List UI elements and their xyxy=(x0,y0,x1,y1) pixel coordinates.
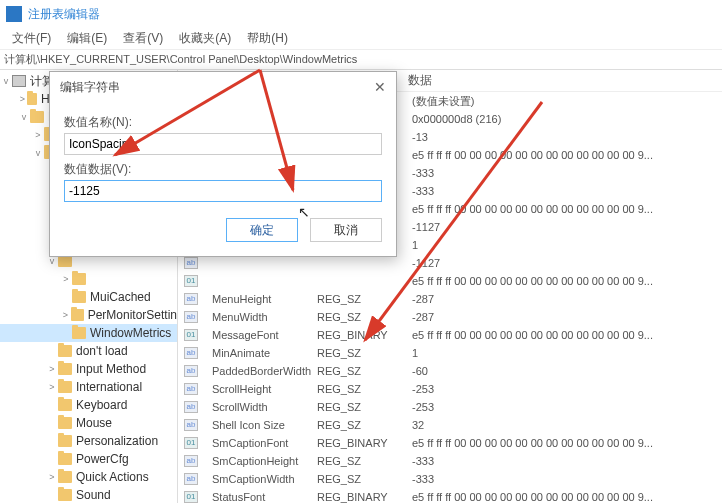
close-icon[interactable]: ✕ xyxy=(374,79,386,95)
tree-item-label: Input Method xyxy=(76,362,146,376)
menu-view[interactable]: 查看(V) xyxy=(115,30,171,47)
folder-icon xyxy=(58,417,72,429)
list-row[interactable]: 01MessageFontREG_BINARYe5 ff ff ff 00 00… xyxy=(178,326,722,344)
folder-icon xyxy=(58,363,72,375)
cell-name: SmCaptionFont xyxy=(202,437,317,449)
cell-type: REG_BINARY xyxy=(317,329,412,341)
tree-item[interactable]: > xyxy=(0,270,177,288)
chevron-icon[interactable]: > xyxy=(46,364,58,374)
window-titlebar: 注册表编辑器 xyxy=(0,0,722,28)
chevron-icon[interactable]: v xyxy=(46,256,58,266)
cell-data: -333 xyxy=(412,167,722,179)
tree-item[interactable]: >International xyxy=(0,378,177,396)
cell-data: 0x000000d8 (216) xyxy=(412,113,722,125)
cell-data: -253 xyxy=(412,401,722,413)
list-row[interactable]: abScrollWidthREG_SZ-253 xyxy=(178,398,722,416)
chevron-icon[interactable]: > xyxy=(32,130,44,140)
list-row[interactable]: abShell Icon SizeREG_SZ32 xyxy=(178,416,722,434)
value-data-input[interactable] xyxy=(64,180,382,202)
ok-button[interactable]: 确定 xyxy=(226,218,298,242)
tree-item[interactable]: Mouse xyxy=(0,414,177,432)
list-row[interactable]: abScrollHeightREG_SZ-253 xyxy=(178,380,722,398)
address-bar[interactable]: 计算机\HKEY_CURRENT_USER\Control Panel\Desk… xyxy=(0,50,722,70)
cell-name: SmCaptionHeight xyxy=(202,455,317,467)
cell-type: REG_SZ xyxy=(317,383,412,395)
cell-data: 1 xyxy=(412,347,722,359)
dialog-title-bar[interactable]: 编辑字符串 ✕ xyxy=(50,72,396,102)
tree-item-label: Personalization xyxy=(76,434,158,448)
menu-edit[interactable]: 编辑(E) xyxy=(59,30,115,47)
list-row[interactable]: abMenuWidthREG_SZ-287 xyxy=(178,308,722,326)
cell-name: MessageFont xyxy=(202,329,317,341)
cell-type: REG_SZ xyxy=(317,473,412,485)
cell-data: -60 xyxy=(412,365,722,377)
tree-item[interactable]: WindowMetrics xyxy=(0,324,177,342)
menu-help[interactable]: 帮助(H) xyxy=(239,30,296,47)
cell-type: REG_SZ xyxy=(317,455,412,467)
col-header-data[interactable]: 数据 xyxy=(408,72,722,89)
cell-data: (数值未设置) xyxy=(412,94,722,109)
string-value-icon: ab xyxy=(184,257,198,269)
tree-item-label: Keyboard xyxy=(76,398,127,412)
chevron-icon[interactable]: > xyxy=(60,274,72,284)
list-row[interactable]: 01StatusFontREG_BINARYe5 ff ff ff 00 00 … xyxy=(178,488,722,503)
string-value-icon: ab xyxy=(184,455,198,467)
tree-item[interactable]: >Quick Actions xyxy=(0,468,177,486)
cancel-button[interactable]: 取消 xyxy=(310,218,382,242)
app-icon xyxy=(6,6,22,22)
cell-name: StatusFont xyxy=(202,491,317,503)
tree-item[interactable]: >PerMonitorSettin xyxy=(0,306,177,324)
chevron-icon[interactable]: > xyxy=(46,472,58,482)
menu-file[interactable]: 文件(F) xyxy=(4,30,59,47)
tree-item-label: don't load xyxy=(76,344,128,358)
cell-type: REG_SZ xyxy=(317,401,412,413)
chevron-icon[interactable]: > xyxy=(60,310,71,320)
menu-favorites[interactable]: 收藏夹(A) xyxy=(171,30,239,47)
list-row[interactable]: abMenuHeightREG_SZ-287 xyxy=(178,290,722,308)
cell-data: -333 xyxy=(412,455,722,467)
binary-value-icon: 01 xyxy=(184,275,198,287)
string-value-icon: ab xyxy=(184,383,198,395)
list-row[interactable]: abSmCaptionWidthREG_SZ-333 xyxy=(178,470,722,488)
list-row[interactable]: 01e5 ff ff ff 00 00 00 00 00 00 00 00 00… xyxy=(178,272,722,290)
list-row[interactable]: 01SmCaptionFontREG_BINARYe5 ff ff ff 00 … xyxy=(178,434,722,452)
cell-data: -13 xyxy=(412,131,722,143)
tree-item-label: Sound xyxy=(76,488,111,502)
chevron-icon[interactable]: > xyxy=(18,94,27,104)
cell-type: REG_BINARY xyxy=(317,437,412,449)
cell-name: PaddedBorderWidth xyxy=(202,365,317,377)
string-value-icon: ab xyxy=(184,473,198,485)
cell-data: -333 xyxy=(412,185,722,197)
tree-item[interactable]: Personalization xyxy=(0,432,177,450)
chevron-icon[interactable]: > xyxy=(46,382,58,392)
cell-data: -333 xyxy=(412,473,722,485)
tree-item[interactable]: >Input Method xyxy=(0,360,177,378)
folder-icon xyxy=(58,381,72,393)
list-row[interactable]: abSmCaptionHeightREG_SZ-333 xyxy=(178,452,722,470)
cell-type: REG_SZ xyxy=(317,365,412,377)
string-value-icon: ab xyxy=(184,311,198,323)
cell-name: MenuHeight xyxy=(202,293,317,305)
folder-icon xyxy=(30,111,44,123)
tree-item[interactable]: Keyboard xyxy=(0,396,177,414)
tree-item[interactable]: MuiCached xyxy=(0,288,177,306)
chevron-icon[interactable]: v xyxy=(32,148,44,158)
tree-item-label: WindowMetrics xyxy=(90,326,171,340)
tree-item[interactable]: don't load xyxy=(0,342,177,360)
tree-item[interactable]: PowerCfg xyxy=(0,450,177,468)
list-row[interactable]: abPaddedBorderWidthREG_SZ-60 xyxy=(178,362,722,380)
cell-data: -287 xyxy=(412,293,722,305)
cell-type: REG_SZ xyxy=(317,293,412,305)
value-name-input[interactable] xyxy=(64,133,382,155)
cell-data: 32 xyxy=(412,419,722,431)
folder-icon xyxy=(72,273,86,285)
dialog-body: 数值名称(N): 数值数据(V): 确定 取消 xyxy=(50,102,396,256)
tree-item[interactable]: Sound xyxy=(0,486,177,503)
tree-item-label: Mouse xyxy=(76,416,112,430)
list-row[interactable]: abMinAnimateREG_SZ1 xyxy=(178,344,722,362)
chevron-icon[interactable]: v xyxy=(18,112,30,122)
cell-name: SmCaptionWidth xyxy=(202,473,317,485)
cell-name: ScrollWidth xyxy=(202,401,317,413)
folder-icon xyxy=(72,327,86,339)
cell-data: -1127 xyxy=(412,221,722,233)
